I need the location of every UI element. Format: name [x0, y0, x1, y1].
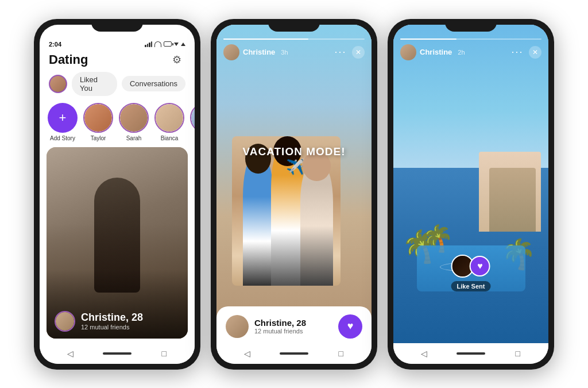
- card-avatar: [55, 311, 75, 332]
- story-close-button[interactable]: ✕: [352, 46, 365, 59]
- profile-avatar-tab[interactable]: [49, 75, 67, 93]
- story-bottom-text-2: Christine, 28 12 mutual friends: [254, 318, 306, 335]
- story-username-3: Christine: [420, 48, 452, 56]
- story-progress-fill-3: [400, 39, 457, 40]
- beach-bg: [216, 25, 372, 343]
- story-sarah[interactable]: Sarah: [119, 103, 149, 141]
- back-button-2[interactable]: ◁: [241, 348, 253, 359]
- close-icon-3: ✕: [532, 48, 538, 56]
- settings-button[interactable]: ⚙: [168, 51, 185, 68]
- back-button[interactable]: ◁: [64, 348, 76, 359]
- phone-screen-1: 2:04 Dating ⚙: [40, 25, 195, 364]
- signal-icon: [145, 41, 152, 47]
- add-story-circle[interactable]: +: [48, 103, 78, 133]
- sp-avatar[interactable]: [190, 103, 195, 133]
- resort-building-2: [489, 168, 536, 232]
- story-dots-button[interactable]: ···: [334, 45, 347, 59]
- add-story-label: Add Story: [50, 135, 75, 141]
- story-bottom-name-2: Christine, 28: [254, 318, 306, 328]
- story-time-3: 2h: [458, 49, 465, 56]
- phone-notch-2: [268, 19, 320, 32]
- like-sent-avatars: ♥: [451, 255, 490, 278]
- close-icon: ✕: [355, 48, 361, 56]
- plus-icon: +: [59, 112, 67, 124]
- story-progress-bar: [223, 39, 365, 40]
- story-user-info-2: Christine 3h: [223, 44, 288, 60]
- card-text: Christine, 28 12 mutual friends: [81, 312, 143, 331]
- story-sp[interactable]: Sp...: [190, 103, 195, 141]
- phone-3: 🌴 🌴 🌴 Christine: [388, 19, 554, 370]
- phone-notch-3: [445, 19, 497, 32]
- vacation-mode-text: VACATION MODE!: [242, 145, 345, 157]
- story-bottom-info-2: Christine, 28 12 mutual friends: [226, 315, 306, 338]
- like-sent-label: Like Sent: [451, 281, 491, 291]
- story-view-content: Christine 3h ··· ✕ VACATION MODE! ✈️: [216, 25, 372, 343]
- phone-screen-3: 🌴 🌴 🌴 Christine: [393, 25, 548, 364]
- status-icons: [145, 41, 185, 47]
- story-header-3: Christine 2h ··· ✕: [393, 39, 548, 60]
- story-time-2: 3h: [281, 49, 288, 56]
- like-sent-content: 🌴 🌴 🌴 Christine: [393, 25, 548, 343]
- signal-down-icon: [174, 43, 179, 46]
- phone-notch-1: [91, 19, 143, 32]
- dating-app-content: 2:04 Dating ⚙: [40, 25, 195, 343]
- tab-conversations[interactable]: Conversations: [122, 76, 185, 91]
- story-progress-bar-3: [400, 39, 541, 40]
- story-dots-button-3[interactable]: ···: [510, 45, 524, 59]
- story-user-avatar-3: [400, 44, 416, 60]
- dating-header: Dating ⚙: [40, 48, 195, 71]
- recents-button[interactable]: □: [158, 348, 170, 359]
- bottom-nav-1: ◁ □: [40, 343, 195, 364]
- battery-icon: [164, 41, 172, 47]
- wifi-icon: [154, 41, 161, 47]
- story-top-bar-2: Christine 3h ··· ✕: [223, 44, 365, 60]
- home-button-3[interactable]: [457, 352, 485, 355]
- story-bottom-card-2: Christine, 28 12 mutual friends ♥: [216, 306, 372, 343]
- story-bianca[interactable]: Bianca: [154, 103, 184, 141]
- dating-card[interactable]: Christine, 28 12 mutual friends: [47, 147, 188, 339]
- card-name: Christine, 28: [81, 312, 143, 324]
- signal-up-icon: [181, 43, 185, 46]
- taylor-avatar[interactable]: [83, 103, 113, 133]
- recents-button-3[interactable]: □: [512, 348, 524, 359]
- stories-row: + Add Story Taylor Sarah: [40, 101, 195, 147]
- phone-screen-2: Christine 3h ··· ✕ VACATION MODE! ✈️: [216, 25, 372, 364]
- story-actions-2: ··· ✕: [334, 45, 365, 59]
- story-actions-3: ··· ✕: [510, 45, 541, 59]
- heart-icon-3: ♥: [477, 261, 483, 271]
- story-top-bar-3: Christine 2h ··· ✕: [400, 44, 541, 60]
- tab-liked-you[interactable]: Liked You: [72, 72, 117, 96]
- heart-icon-2: ♥: [347, 320, 354, 332]
- story-user-info-3: Christine 2h: [400, 44, 465, 60]
- back-button-3[interactable]: ◁: [418, 348, 430, 359]
- card-sub: 12 mutual friends: [81, 324, 143, 331]
- like-sent-overlay: ♥ Like Sent: [451, 255, 491, 291]
- taylor-label: Taylor: [91, 135, 106, 141]
- story-bottom-avatar-2: [226, 315, 249, 338]
- home-button-2[interactable]: [280, 352, 308, 355]
- story-bottom-sub-2: 12 mutual friends: [254, 328, 306, 335]
- story-add[interactable]: + Add Story: [48, 103, 78, 141]
- story-username-2: Christine: [243, 48, 275, 56]
- airplane-emoji: ✈️: [286, 158, 304, 175]
- sarah-avatar[interactable]: [119, 103, 149, 133]
- phone-1: 2:04 Dating ⚙: [34, 19, 200, 370]
- sarah-label: Sarah: [126, 135, 142, 141]
- bianca-label: Bianca: [161, 135, 179, 141]
- story-taylor[interactable]: Taylor: [83, 103, 113, 141]
- gear-icon: ⚙: [172, 53, 181, 66]
- story-user-avatar-2: [223, 44, 239, 60]
- vacation-text-container: VACATION MODE! ✈️: [242, 145, 345, 176]
- like-heart-button-2[interactable]: ♥: [338, 314, 362, 339]
- story-close-button-3[interactable]: ✕: [529, 46, 541, 59]
- bottom-nav-3: ◁ □: [393, 343, 548, 364]
- story-header-2: Christine 3h ··· ✕: [216, 39, 372, 60]
- recents-button-2[interactable]: □: [335, 348, 347, 359]
- bianca-avatar[interactable]: [154, 103, 184, 133]
- status-time: 2:04: [49, 41, 61, 48]
- home-button[interactable]: [103, 352, 131, 355]
- resort-bg: 🌴 🌴 🌴: [393, 25, 548, 343]
- bottom-nav-2: ◁ □: [216, 343, 372, 364]
- like-sent-heart: ♥: [470, 256, 490, 276]
- dating-title: Dating: [49, 52, 88, 67]
